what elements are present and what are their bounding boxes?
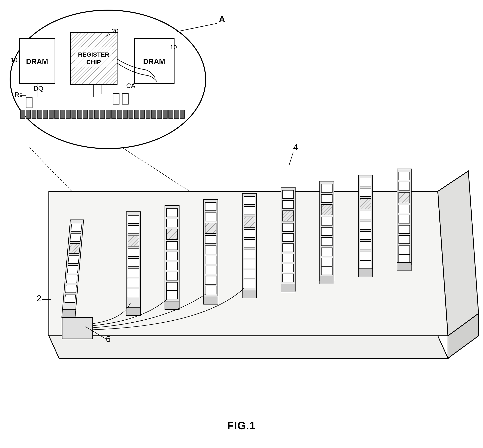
svg-rect-72 bbox=[62, 309, 76, 318]
svg-rect-88 bbox=[167, 252, 177, 260]
svg-rect-119 bbox=[283, 211, 294, 221]
svg-rect-125 bbox=[283, 274, 294, 282]
svg-text:2: 2 bbox=[37, 294, 41, 303]
svg-rect-83 bbox=[165, 206, 179, 309]
svg-rect-151 bbox=[399, 182, 410, 190]
svg-rect-91 bbox=[167, 282, 177, 290]
svg-rect-68 bbox=[67, 265, 78, 273]
svg-text:10: 10 bbox=[170, 44, 177, 50]
svg-rect-70 bbox=[65, 285, 76, 293]
svg-rect-113 bbox=[244, 270, 255, 278]
svg-rect-94 bbox=[204, 200, 218, 303]
svg-rect-131 bbox=[321, 217, 332, 225]
diagram-svg: DRAM 10 REGISTER CHIP 20 DRAM 10 DQ CA R… bbox=[0, 0, 483, 448]
svg-rect-109 bbox=[244, 229, 255, 238]
svg-rect-101 bbox=[205, 266, 216, 274]
svg-rect-133 bbox=[321, 238, 332, 246]
svg-text:CA: CA bbox=[126, 82, 135, 89]
svg-rect-82 bbox=[126, 307, 140, 315]
svg-rect-111 bbox=[244, 250, 255, 258]
svg-rect-45 bbox=[123, 110, 128, 119]
svg-rect-116 bbox=[281, 187, 295, 291]
svg-rect-6 bbox=[70, 32, 117, 84]
svg-rect-32 bbox=[49, 110, 53, 119]
svg-rect-156 bbox=[399, 235, 410, 244]
svg-rect-27 bbox=[20, 110, 25, 119]
svg-rect-79 bbox=[128, 269, 139, 277]
svg-rect-132 bbox=[321, 227, 332, 235]
svg-rect-37 bbox=[77, 110, 82, 119]
svg-rect-107 bbox=[244, 207, 255, 215]
svg-rect-134 bbox=[321, 248, 332, 256]
svg-rect-138 bbox=[358, 175, 373, 273]
svg-rect-136 bbox=[321, 267, 332, 275]
figure-caption: FIG.1 bbox=[227, 419, 256, 432]
svg-rect-41 bbox=[100, 110, 105, 119]
svg-rect-44 bbox=[117, 110, 122, 119]
svg-rect-85 bbox=[167, 219, 177, 227]
svg-rect-55 bbox=[180, 110, 185, 119]
main-container: DRAM 10 REGISTER CHIP 20 DRAM 10 DQ CA R… bbox=[0, 0, 483, 448]
svg-rect-64 bbox=[71, 224, 82, 232]
svg-text:DRAM: DRAM bbox=[26, 57, 48, 66]
svg-rect-73 bbox=[126, 212, 140, 315]
svg-rect-33 bbox=[55, 110, 59, 119]
svg-rect-118 bbox=[283, 200, 294, 209]
svg-marker-61 bbox=[438, 171, 479, 336]
svg-rect-152 bbox=[399, 192, 410, 203]
svg-rect-135 bbox=[321, 258, 332, 266]
svg-rect-137 bbox=[320, 276, 334, 284]
svg-rect-53 bbox=[169, 110, 173, 119]
svg-rect-139 bbox=[360, 178, 371, 186]
svg-rect-66 bbox=[69, 243, 80, 254]
svg-rect-67 bbox=[68, 256, 79, 263]
svg-rect-26 bbox=[122, 94, 128, 104]
svg-rect-34 bbox=[60, 110, 65, 119]
svg-rect-129 bbox=[321, 194, 332, 202]
svg-rect-81 bbox=[128, 289, 139, 297]
svg-rect-122 bbox=[283, 244, 294, 252]
svg-rect-159 bbox=[397, 263, 411, 271]
svg-rect-99 bbox=[205, 246, 216, 254]
svg-rect-63 bbox=[62, 220, 84, 318]
svg-rect-117 bbox=[283, 190, 294, 199]
svg-rect-121 bbox=[283, 233, 294, 242]
svg-rect-124 bbox=[283, 264, 294, 272]
svg-rect-102 bbox=[205, 276, 216, 284]
svg-rect-80 bbox=[128, 279, 139, 287]
svg-rect-86 bbox=[167, 229, 177, 240]
svg-rect-7 bbox=[75, 47, 112, 67]
svg-rect-78 bbox=[128, 258, 139, 267]
svg-rect-40 bbox=[95, 110, 99, 119]
svg-rect-147 bbox=[360, 261, 371, 269]
svg-rect-76 bbox=[128, 236, 139, 246]
svg-marker-62 bbox=[448, 313, 479, 358]
svg-marker-59 bbox=[49, 336, 448, 358]
svg-rect-50 bbox=[152, 110, 156, 119]
svg-marker-60 bbox=[49, 191, 448, 336]
svg-rect-93 bbox=[165, 301, 179, 309]
svg-rect-120 bbox=[283, 223, 294, 232]
svg-rect-97 bbox=[205, 223, 216, 233]
svg-rect-69 bbox=[66, 275, 77, 283]
svg-line-166 bbox=[86, 327, 106, 339]
svg-rect-158 bbox=[399, 255, 410, 263]
svg-rect-90 bbox=[167, 272, 177, 280]
svg-rect-114 bbox=[244, 280, 255, 288]
svg-rect-87 bbox=[167, 242, 177, 250]
svg-rect-74 bbox=[128, 215, 139, 224]
svg-rect-89 bbox=[167, 262, 177, 270]
svg-rect-143 bbox=[360, 221, 371, 229]
svg-rect-150 bbox=[399, 172, 410, 180]
svg-rect-149 bbox=[397, 169, 411, 265]
svg-line-56 bbox=[30, 148, 88, 208]
label-a: A bbox=[219, 14, 225, 24]
svg-rect-21 bbox=[26, 98, 32, 108]
svg-rect-65 bbox=[70, 234, 81, 241]
svg-rect-110 bbox=[244, 240, 255, 248]
svg-rect-30 bbox=[38, 110, 42, 119]
svg-rect-51 bbox=[157, 110, 162, 119]
svg-rect-43 bbox=[112, 110, 116, 119]
svg-rect-141 bbox=[360, 199, 371, 209]
svg-rect-77 bbox=[128, 248, 139, 256]
